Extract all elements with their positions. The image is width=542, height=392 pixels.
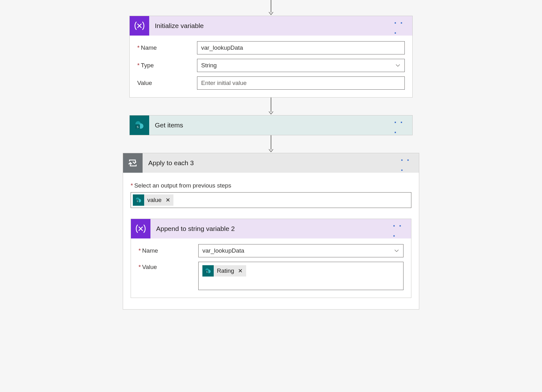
token-value: S value ✕ (133, 194, 173, 206)
card-menu-button[interactable]: . . . (394, 119, 408, 132)
loop-icon (123, 153, 143, 173)
required-indicator: * (131, 182, 133, 189)
card-menu-button[interactable]: . . . (393, 222, 407, 235)
action-card-append-string: Append to string variable 2 . . . * Name (131, 219, 411, 298)
card-menu-button[interactable]: . . . (401, 157, 415, 169)
ellipsis-icon: . . . (394, 16, 408, 36)
card-header[interactable]: Initialize variable . . . (130, 16, 412, 36)
field-label-name: * Name (138, 247, 198, 254)
card-title: Append to string variable 2 (156, 225, 393, 232)
svg-text:S: S (137, 200, 138, 203)
chevron-down-icon (394, 62, 401, 69)
value-input[interactable]: S Rating ✕ (198, 262, 404, 290)
chevron-down-icon (393, 247, 400, 254)
svg-text:S: S (137, 125, 138, 129)
field-label-name: * Name (137, 44, 197, 51)
ellipsis-icon: . . . (401, 153, 415, 173)
card-title: Apply to each 3 (148, 159, 401, 167)
field-label-value: Value (137, 80, 197, 87)
required-indicator: * (137, 62, 139, 69)
select-output-input[interactable]: S value ✕ (131, 192, 411, 208)
card-body: * Name var_lookupData * Type String (130, 36, 412, 97)
sharepoint-icon: S (130, 115, 149, 135)
token-label: value (147, 197, 161, 204)
name-input[interactable]: var_lookupData (197, 41, 405, 54)
token-rating: S Rating ✕ (202, 265, 246, 277)
action-card-initialize-variable: Initialize variable . . . * Name var_loo… (129, 16, 413, 98)
card-title: Get items (155, 121, 394, 129)
card-header[interactable]: S Get items . . . (130, 115, 412, 135)
connector-arrow (271, 98, 271, 115)
sharepoint-icon: S (202, 265, 214, 277)
connector-arrow (271, 0, 271, 16)
field-label-value: * Value (138, 262, 198, 271)
card-menu-button[interactable]: . . . (394, 20, 408, 32)
select-output-label: * Select an output from previous steps (131, 182, 411, 189)
required-indicator: * (137, 44, 139, 51)
svg-text:S: S (206, 271, 208, 273)
variable-icon (131, 219, 150, 238)
loop-body: * Select an output from previous steps S… (123, 173, 419, 309)
value-input[interactable]: Enter initial value (197, 76, 405, 90)
field-label-type: * Type (137, 62, 197, 69)
required-indicator: * (138, 247, 141, 254)
connector-arrow (271, 135, 271, 153)
required-indicator: * (138, 264, 141, 271)
card-header[interactable]: Append to string variable 2 . . . (131, 219, 411, 238)
card-title: Initialize variable (155, 22, 394, 30)
action-card-apply-to-each: Apply to each 3 . . . * Select an output… (123, 153, 419, 310)
type-select[interactable]: String (197, 59, 405, 72)
sharepoint-icon: S (133, 194, 144, 206)
ellipsis-icon: . . . (393, 219, 407, 239)
token-remove-button[interactable]: ✕ (165, 197, 171, 204)
variable-icon (130, 16, 149, 36)
token-label: Rating (217, 267, 234, 274)
card-header[interactable]: Apply to each 3 . . . (123, 153, 419, 173)
name-select[interactable]: var_lookupData (198, 244, 404, 257)
action-card-get-items[interactable]: S Get items . . . (129, 115, 413, 135)
ellipsis-icon: . . . (394, 115, 408, 135)
card-body: * Name var_lookupData (131, 238, 411, 298)
token-remove-button[interactable]: ✕ (237, 267, 244, 274)
